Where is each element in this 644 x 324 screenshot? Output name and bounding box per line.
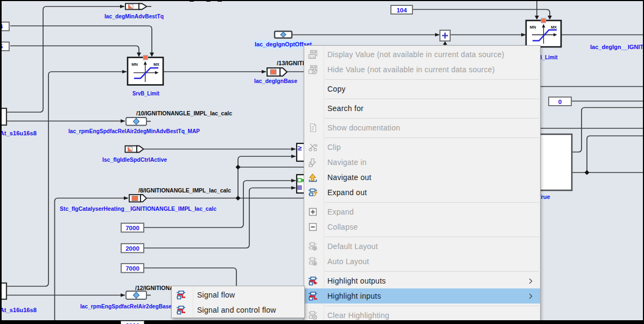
submenu-item-signal-and-control-flow[interactable]: Signal and control flow — [172, 302, 304, 318]
constant-block-7000a[interactable]: 7000 — [121, 223, 144, 232]
menu-separator — [325, 202, 539, 203]
auto-layout-icon: A — [308, 257, 318, 266]
submenu-item-signal-flow[interactable]: Signal flow — [172, 287, 304, 302]
menu-item-navigate-in: Navigate in — [305, 155, 540, 170]
saturation-block-srvb-limit-2[interactable]: MN MX — [526, 18, 561, 47]
menu-item-label: Search for — [327, 101, 363, 116]
menu-item-label: Copy — [327, 81, 346, 96]
document-icon — [308, 123, 318, 133]
menu-item-highlight-inputs[interactable]: Highlight inputs — [305, 288, 540, 304]
menu-item-label: Expand — [327, 204, 354, 219]
label-at-s16u16s8-top[interactable]: tAt_s16u16s8 — [0, 130, 37, 136]
label-isc-flg[interactable]: Isc_flgIdleSpdCtrlActive — [102, 156, 167, 163]
arrow-down — [535, 16, 539, 20]
label-iac-degIgn-right[interactable]: Iac_degIgn__IGNITIONANGLE_IMPL_Iac_calc — [590, 44, 644, 50]
wire — [10, 26, 152, 53]
wire — [6, 72, 127, 286]
label-stc-flg[interactable]: Stc_flgCatalyserHeating__IGNITIONANGLE_I… — [60, 205, 216, 212]
port-square-icon — [132, 196, 138, 201]
menu-item-hide-value: Hide Value (not available in current dat… — [305, 62, 540, 77]
menu-separator — [325, 79, 539, 80]
arrow-down — [548, 16, 552, 20]
arrow-down — [137, 53, 141, 57]
mn-label: MN — [530, 25, 536, 30]
wire — [55, 198, 129, 321]
model-canvas: 4 5 Iac_degMinAdvBestTq MN MX SrvB_Limit… — [0, 0, 644, 324]
constant-block-104[interactable]: 104 — [391, 5, 412, 14]
arrow-up — [443, 42, 447, 45]
expand-icon — [308, 207, 318, 217]
menu-item-search-for[interactable]: Search for — [305, 101, 540, 116]
outport-iac-degIgnBase[interactable] — [267, 68, 287, 76]
highlight-inputs-submenu: Signal flow Signal and control flow — [171, 286, 305, 318]
submenu-item-label: Signal flow — [197, 287, 235, 302]
constant-block-2000-sliver[interactable]: 2000 — [121, 321, 144, 324]
constant-block-5[interactable]: 5 — [0, 42, 9, 51]
port8-path-text: /8/IGNITIONANGLE_IMPL_Iac_calc — [138, 187, 231, 194]
saturation-block-srvb-limit-1[interactable]: MN MX — [128, 56, 163, 85]
breakpoint-marker — [143, 56, 148, 60]
label-map1[interactable]: Iac_rpmEngSpdfacRelAir2degMinAdvBestTq_M… — [68, 128, 200, 134]
bottom-black-band — [0, 320, 644, 324]
constant-block-7000b[interactable]: 7000 — [121, 264, 144, 273]
label-iac-degIgnBase[interactable]: Iac_degIgnBase — [254, 78, 297, 84]
default-layout-icon: D — [308, 242, 318, 251]
wire — [587, 136, 643, 173]
gte-glyph: ≥ — [298, 144, 302, 152]
menu-item-label: Highlight outputs — [327, 273, 386, 288]
menu-separator — [325, 271, 539, 272]
map-block-1[interactable] — [126, 118, 146, 126]
menu-item-label: Navigate out — [327, 170, 372, 185]
label-iac-degMinAdvBestTq[interactable]: Iac_degMinAdvBestTq — [104, 13, 164, 19]
menu-separator — [325, 237, 539, 237]
junction-dot — [585, 170, 590, 175]
port10-path-text: /10/IGNITIONANGLE_IMPL_Iac_calc — [136, 110, 232, 116]
outport-isc-flgIdleSpdCtrlActive[interactable] — [125, 146, 144, 153]
display-value-icon — [308, 50, 318, 59]
menu-item-label: Show documentation — [327, 120, 400, 135]
menu-item-label: Collapse — [327, 219, 358, 235]
junction-dot — [236, 165, 241, 170]
clip-icon — [308, 142, 318, 152]
wire — [6, 6, 124, 112]
svg-text:D: D — [313, 246, 316, 250]
menu-item-expand: Expand — [305, 204, 540, 219]
submenu-item-label: Signal and control flow — [197, 302, 276, 318]
constant-block-0[interactable]: 0 — [549, 97, 571, 106]
constant-block-2000[interactable]: 2000 — [121, 244, 144, 253]
label-at-s16u16s8-bottom[interactable]: tAt_s16u16s8 — [0, 307, 37, 313]
constant-value: 7000 — [125, 225, 139, 231]
menu-separator — [325, 137, 539, 138]
menu-item-navigate-out[interactable]: Navigate out — [305, 170, 540, 185]
menu-item-label: Highlight inputs — [327, 288, 381, 304]
signal-control-flow-icon — [176, 305, 186, 315]
menu-item-highlight-outputs[interactable]: Highlight outputs — [305, 273, 540, 288]
outport-iac-degMinAdvBestTq[interactable] — [125, 4, 147, 10]
menu-item-clip: Clip — [305, 140, 540, 155]
canvas-border-left — [0, 0, 2, 324]
arrow-down — [150, 53, 154, 57]
menu-item-expand-out[interactable]: Expand out — [305, 185, 540, 200]
menu-item-default-layout: D Default Layout — [305, 239, 540, 254]
submenu-chevron — [529, 278, 533, 284]
switch-icon-purple — [298, 186, 302, 190]
mx-label: MX — [551, 25, 557, 30]
label-map2[interactable]: Iac_rpmEngSpdfacRelAir2degBase — [80, 303, 172, 309]
navigate-in-icon — [308, 157, 318, 167]
constant-block-4[interactable]: 4 — [0, 22, 9, 31]
clear-highlighting-icon — [308, 311, 318, 320]
sum-block[interactable] — [440, 30, 450, 41]
navigate-out-icon — [308, 173, 318, 182]
wire — [238, 156, 296, 198]
map-block-optoffset[interactable] — [275, 31, 292, 38]
mn-label: MN — [131, 62, 138, 67]
submenu-chevron — [529, 293, 533, 299]
menu-item-label: Expand out — [327, 185, 367, 200]
menu-item-label: Navigate in — [327, 155, 367, 170]
menu-item-copy[interactable]: Copy — [305, 81, 540, 96]
menu-item-label: Display Value (not available in current … — [327, 47, 505, 62]
inport-stc-flgCatalyserHeating[interactable] — [129, 195, 146, 202]
menu-item-label: Auto Layout — [327, 254, 369, 269]
map-block-2[interactable] — [126, 291, 146, 299]
label-srvb-limit-1[interactable]: SrvB_Limit — [132, 90, 159, 96]
